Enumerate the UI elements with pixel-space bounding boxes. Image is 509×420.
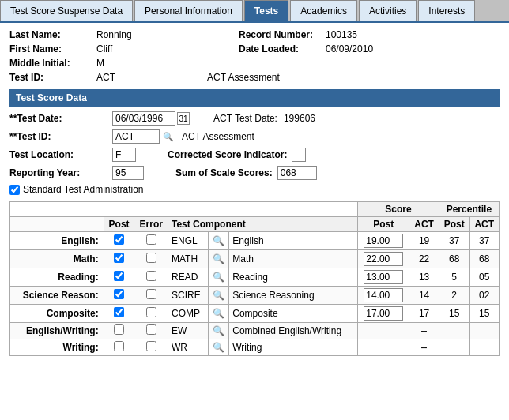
score-post-input[interactable] xyxy=(364,288,403,302)
pct-post: 5 xyxy=(439,268,469,287)
score-post-input[interactable] xyxy=(364,306,403,321)
tab-bar: Test Score Suspense Data Personal Inform… xyxy=(0,0,509,23)
component-search-icon[interactable]: 🔍 xyxy=(208,323,229,339)
middle-initial-value: M xyxy=(96,58,207,69)
test-id-value: ACT xyxy=(96,72,207,83)
error-checkbox[interactable] xyxy=(146,324,156,335)
error-checkbox[interactable] xyxy=(146,341,156,351)
post-checkbox[interactable] xyxy=(114,289,124,299)
std-admin-checkbox[interactable] xyxy=(9,185,20,195)
tab-tests[interactable]: Tests xyxy=(244,0,288,21)
form-test-id-desc: ACT Assessment xyxy=(182,131,254,142)
error-checkbox-cell xyxy=(134,339,168,356)
component-search-icon[interactable]: 🔍 xyxy=(208,287,229,305)
error-checkbox[interactable] xyxy=(146,271,156,281)
test-id-search-icon[interactable]: 🔍 xyxy=(163,132,174,142)
component-code: WR xyxy=(168,339,208,356)
error-checkbox[interactable] xyxy=(146,289,156,299)
row-label: Science Reason: xyxy=(10,287,104,305)
component-search-icon[interactable]: 🔍 xyxy=(208,268,229,287)
post-checkbox[interactable] xyxy=(114,307,124,317)
component-search-icon[interactable]: 🔍 xyxy=(208,250,229,268)
score-post[interactable] xyxy=(358,305,409,323)
sum-of-scale-input[interactable] xyxy=(277,166,317,180)
score-post[interactable] xyxy=(358,339,409,356)
component-desc: Composite xyxy=(229,305,358,323)
tab-interests[interactable]: Interests xyxy=(418,0,475,21)
post-checkbox[interactable] xyxy=(114,234,124,245)
score-act: -- xyxy=(409,339,439,356)
error-checkbox[interactable] xyxy=(146,234,156,245)
percentile-header: Percentile xyxy=(439,202,499,217)
component-desc: Writing xyxy=(229,339,358,356)
act-test-date-label: ACT Test Date: xyxy=(213,113,277,124)
table-row: Science Reason:SCIRE🔍Science Reasoning14… xyxy=(10,287,500,305)
col-component-header: Test Component xyxy=(168,217,357,232)
error-checkbox-cell xyxy=(134,232,168,250)
error-checkbox-cell xyxy=(134,250,168,268)
post-checkbox-cell xyxy=(104,323,134,339)
post-checkbox-cell xyxy=(104,232,134,250)
pct-act: 05 xyxy=(469,268,499,287)
col-post-header: Post xyxy=(104,217,134,232)
tab-activities[interactable]: Activities xyxy=(359,0,417,21)
error-checkbox[interactable] xyxy=(146,253,156,263)
form-test-id-label: *Test ID: xyxy=(9,131,112,142)
score-act: 22 xyxy=(409,250,439,268)
score-post[interactable] xyxy=(358,323,409,339)
component-code: EW xyxy=(168,323,208,339)
first-name-value: Cliff xyxy=(96,43,207,54)
record-number-label: Record Number: xyxy=(239,29,326,40)
pct-post: 68 xyxy=(439,250,469,268)
component-search-icon[interactable]: 🔍 xyxy=(208,305,229,323)
test-date-label: *Test Date: xyxy=(9,113,112,124)
row-label: Writing: xyxy=(10,339,104,356)
tab-academics[interactable]: Academics xyxy=(290,0,357,21)
score-post-input[interactable] xyxy=(364,252,403,266)
score-post[interactable] xyxy=(358,232,409,250)
pct-act xyxy=(469,339,499,356)
post-checkbox[interactable] xyxy=(114,253,124,263)
score-post[interactable] xyxy=(358,250,409,268)
last-name-label: Last Name: xyxy=(9,29,96,40)
score-act: 17 xyxy=(409,305,439,323)
post-checkbox[interactable] xyxy=(114,341,124,351)
middle-initial-label: Middle Initial: xyxy=(9,58,96,69)
score-post-input[interactable] xyxy=(364,270,403,284)
component-search-icon[interactable]: 🔍 xyxy=(208,339,229,356)
pct-act xyxy=(469,323,499,339)
corrected-score-label: Corrected Score Indicator: xyxy=(168,149,287,160)
reporting-year-input[interactable] xyxy=(112,166,144,180)
test-location-input[interactable] xyxy=(112,148,136,162)
table-row: Math:MATH🔍Math226868 xyxy=(10,250,500,268)
tab-test-score-suspense[interactable]: Test Score Suspense Data xyxy=(0,0,133,21)
corrected-score-checkbox[interactable] xyxy=(292,148,306,162)
post-checkbox[interactable] xyxy=(114,271,124,281)
component-desc: Combined English/Writing xyxy=(229,323,358,339)
error-checkbox-cell xyxy=(134,268,168,287)
component-code: READ xyxy=(168,268,208,287)
tab-personal-information[interactable]: Personal Information xyxy=(134,0,243,21)
record-number-value: 100135 xyxy=(326,29,405,40)
score-act: -- xyxy=(409,323,439,339)
test-id-label: Test ID: xyxy=(9,72,96,83)
score-post-input[interactable] xyxy=(364,234,403,248)
row-label: English: xyxy=(10,232,104,250)
component-code: SCIRE xyxy=(168,287,208,305)
score-post[interactable] xyxy=(358,268,409,287)
component-code: MATH xyxy=(168,250,208,268)
col-score-act-header: ACT xyxy=(409,217,439,232)
calendar-icon[interactable]: 31 xyxy=(177,112,190,125)
form-test-id-input[interactable] xyxy=(112,129,160,144)
component-code: COMP xyxy=(168,305,208,323)
score-header: Score xyxy=(358,202,439,217)
component-desc: Science Reasoning xyxy=(229,287,358,305)
error-checkbox[interactable] xyxy=(146,307,156,317)
pct-post xyxy=(439,339,469,356)
test-date-input[interactable] xyxy=(112,111,175,126)
score-post[interactable] xyxy=(358,287,409,305)
pct-act: 37 xyxy=(469,232,499,250)
std-admin-label: Standard Test Administration xyxy=(23,184,144,195)
component-search-icon[interactable]: 🔍 xyxy=(208,232,229,250)
post-checkbox[interactable] xyxy=(114,324,124,335)
